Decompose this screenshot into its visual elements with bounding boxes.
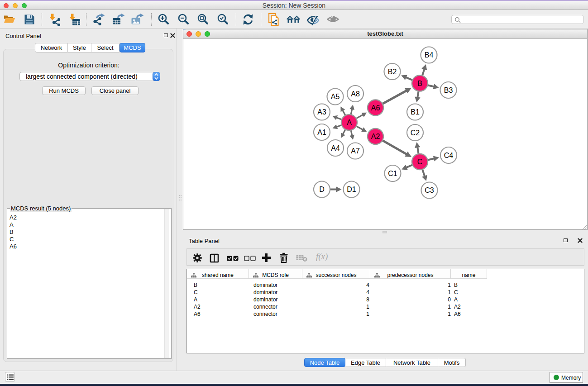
svg-text:C: C xyxy=(417,158,423,166)
svg-text:B3: B3 xyxy=(444,86,453,94)
svg-text:D1: D1 xyxy=(347,186,356,193)
svg-text:A2: A2 xyxy=(371,133,380,140)
svg-text:C1: C1 xyxy=(388,170,397,177)
svg-text:B1: B1 xyxy=(411,108,420,116)
svg-text:A1: A1 xyxy=(317,129,326,136)
svg-text:A5: A5 xyxy=(331,93,340,100)
svg-text:A6: A6 xyxy=(371,104,380,112)
svg-text:A7: A7 xyxy=(351,147,360,155)
svg-text:C2: C2 xyxy=(411,129,420,137)
svg-text:A3: A3 xyxy=(317,108,326,116)
svg-text:A8: A8 xyxy=(351,90,360,98)
svg-text:C4: C4 xyxy=(444,152,454,159)
svg-text:D: D xyxy=(319,186,325,193)
svg-text:C3: C3 xyxy=(425,186,434,194)
svg-text:B4: B4 xyxy=(425,51,434,59)
svg-text:A: A xyxy=(347,119,352,126)
svg-text:B: B xyxy=(417,80,422,87)
svg-text:B2: B2 xyxy=(388,68,397,76)
svg-text:A4: A4 xyxy=(331,144,340,152)
